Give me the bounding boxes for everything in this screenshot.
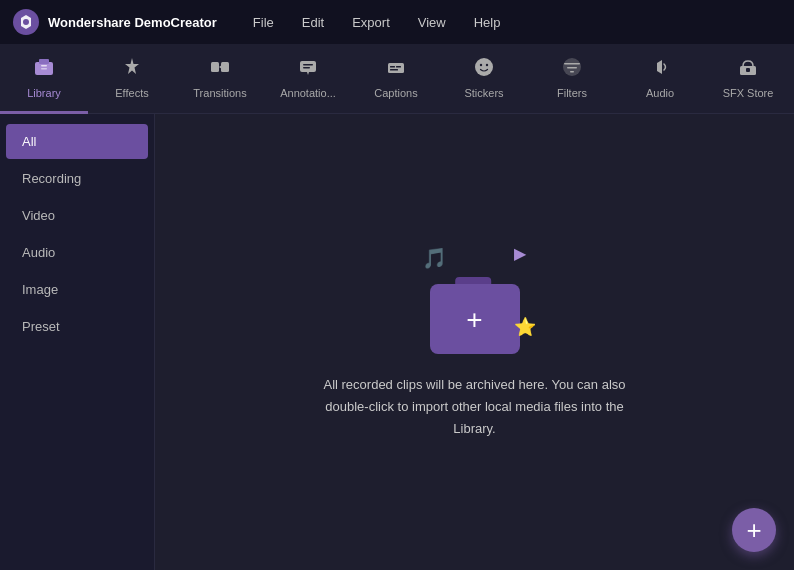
toolbar-library[interactable]: Library — [0, 44, 88, 114]
audio-icon — [649, 56, 671, 83]
svg-rect-9 — [303, 64, 313, 66]
svg-rect-12 — [390, 66, 395, 68]
effects-icon — [121, 56, 143, 83]
toolbar-captions-label: Captions — [374, 87, 417, 99]
toolbar-transitions-label: Transitions — [193, 87, 246, 99]
folder-plus-icon: + — [466, 306, 482, 334]
svg-point-16 — [480, 63, 482, 65]
menu-edit[interactable]: Edit — [298, 13, 328, 32]
svg-rect-20 — [567, 67, 577, 69]
main-area: All Recording Video Audio Image Preset 🎵… — [0, 114, 794, 570]
menu-help[interactable]: Help — [470, 13, 505, 32]
sidebar-item-video[interactable]: Video — [6, 198, 148, 233]
play-float-icon: ▶ — [514, 244, 526, 263]
svg-rect-13 — [396, 66, 401, 68]
sfxstore-icon — [737, 56, 759, 83]
content-area: 🎵 ▶ + ⭐ All recorded clips will be archi… — [155, 114, 794, 570]
annotations-icon — [297, 56, 319, 83]
svg-rect-6 — [211, 62, 219, 72]
menu-file[interactable]: File — [249, 13, 278, 32]
menu-bar: File Edit Export View Help — [249, 13, 505, 32]
toolbar-audio[interactable]: Audio — [616, 44, 704, 114]
toolbar-library-label: Library — [27, 87, 61, 99]
svg-rect-8 — [300, 61, 316, 72]
sidebar-item-recording[interactable]: Recording — [6, 161, 148, 196]
sidebar-item-image[interactable]: Image — [6, 272, 148, 307]
svg-rect-3 — [39, 59, 49, 64]
toolbar-effects[interactable]: Effects — [88, 44, 176, 114]
svg-rect-14 — [390, 69, 398, 71]
svg-rect-4 — [41, 65, 47, 67]
svg-rect-19 — [564, 63, 580, 65]
sidebar-item-preset[interactable]: Preset — [6, 309, 148, 344]
empty-state-text: All recorded clips will be archived here… — [315, 374, 635, 440]
svg-rect-11 — [388, 63, 404, 73]
fab-add-button[interactable]: + — [732, 508, 776, 552]
app-logo: Wondershare DemoCreator — [12, 8, 217, 36]
captions-icon — [385, 56, 407, 83]
app-name: Wondershare DemoCreator — [48, 15, 217, 30]
svg-point-15 — [475, 58, 493, 76]
sidebar: All Recording Video Audio Image Preset — [0, 114, 155, 570]
svg-rect-10 — [303, 67, 310, 69]
toolbar-captions[interactable]: Captions — [352, 44, 440, 114]
transitions-icon — [209, 56, 231, 83]
title-bar: Wondershare DemoCreator File Edit Export… — [0, 0, 794, 44]
menu-view[interactable]: View — [414, 13, 450, 32]
music-float-icon: 🎵 — [422, 246, 447, 270]
folder-illustration: 🎵 ▶ + ⭐ — [410, 244, 540, 354]
toolbar-sfxstore-label: SFX Store — [723, 87, 774, 99]
toolbar-sfxstore[interactable]: SFX Store — [704, 44, 792, 114]
sidebar-item-all[interactable]: All — [6, 124, 148, 159]
app-logo-icon — [12, 8, 40, 36]
svg-point-1 — [23, 19, 29, 25]
filters-icon — [561, 56, 583, 83]
toolbar-effects-label: Effects — [115, 87, 148, 99]
menu-export[interactable]: Export — [348, 13, 394, 32]
svg-rect-21 — [570, 71, 574, 73]
toolbar-filters[interactable]: Filters — [528, 44, 616, 114]
toolbar-annotations[interactable]: Annotatio... — [264, 44, 352, 114]
svg-rect-23 — [746, 68, 750, 72]
library-icon — [33, 56, 55, 83]
empty-state: 🎵 ▶ + ⭐ All recorded clips will be archi… — [315, 244, 635, 440]
toolbar-audio-label: Audio — [646, 87, 674, 99]
stickers-icon — [473, 56, 495, 83]
toolbar-stickers-label: Stickers — [464, 87, 503, 99]
toolbar-filters-label: Filters — [557, 87, 587, 99]
toolbar-annotations-label: Annotatio... — [280, 87, 336, 99]
folder-body: + — [430, 284, 520, 354]
sidebar-item-audio[interactable]: Audio — [6, 235, 148, 270]
star-float-icon: ⭐ — [514, 316, 536, 338]
toolbar-transitions[interactable]: Transitions — [176, 44, 264, 114]
toolbar: Library Effects Transitions Annotatio...… — [0, 44, 794, 114]
svg-point-17 — [486, 63, 488, 65]
svg-rect-7 — [221, 62, 229, 72]
toolbar-stickers[interactable]: Stickers — [440, 44, 528, 114]
svg-rect-5 — [41, 68, 47, 70]
